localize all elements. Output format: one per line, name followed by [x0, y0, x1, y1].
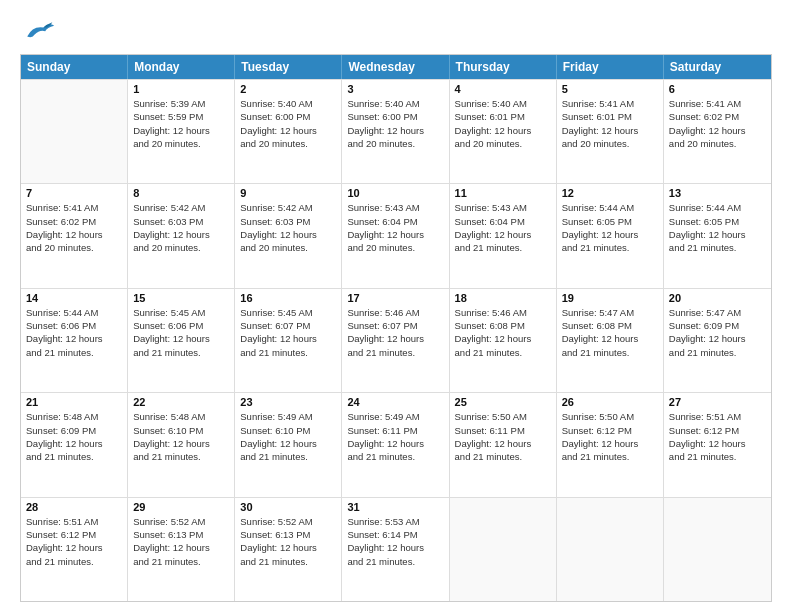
- day-number: 7: [26, 187, 122, 199]
- day-info: Sunrise: 5:45 AM Sunset: 6:07 PM Dayligh…: [240, 306, 336, 359]
- calendar-header: SundayMondayTuesdayWednesdayThursdayFrid…: [21, 55, 771, 79]
- day-info: Sunrise: 5:50 AM Sunset: 6:11 PM Dayligh…: [455, 410, 551, 463]
- header-day-thursday: Thursday: [450, 55, 557, 79]
- calendar-day-12: 12Sunrise: 5:44 AM Sunset: 6:05 PM Dayli…: [557, 184, 664, 287]
- day-info: Sunrise: 5:40 AM Sunset: 6:00 PM Dayligh…: [347, 97, 443, 150]
- day-number: 12: [562, 187, 658, 199]
- day-info: Sunrise: 5:42 AM Sunset: 6:03 PM Dayligh…: [240, 201, 336, 254]
- calendar-empty-cell: [557, 498, 664, 601]
- day-number: 10: [347, 187, 443, 199]
- day-info: Sunrise: 5:51 AM Sunset: 6:12 PM Dayligh…: [26, 515, 122, 568]
- day-info: Sunrise: 5:44 AM Sunset: 6:05 PM Dayligh…: [669, 201, 766, 254]
- header-day-tuesday: Tuesday: [235, 55, 342, 79]
- day-number: 26: [562, 396, 658, 408]
- calendar-day-9: 9Sunrise: 5:42 AM Sunset: 6:03 PM Daylig…: [235, 184, 342, 287]
- day-info: Sunrise: 5:43 AM Sunset: 6:04 PM Dayligh…: [347, 201, 443, 254]
- calendar-day-13: 13Sunrise: 5:44 AM Sunset: 6:05 PM Dayli…: [664, 184, 771, 287]
- day-number: 1: [133, 83, 229, 95]
- day-number: 30: [240, 501, 336, 513]
- calendar-day-26: 26Sunrise: 5:50 AM Sunset: 6:12 PM Dayli…: [557, 393, 664, 496]
- calendar-day-7: 7Sunrise: 5:41 AM Sunset: 6:02 PM Daylig…: [21, 184, 128, 287]
- calendar-day-14: 14Sunrise: 5:44 AM Sunset: 6:06 PM Dayli…: [21, 289, 128, 392]
- calendar-empty-cell: [664, 498, 771, 601]
- day-info: Sunrise: 5:52 AM Sunset: 6:13 PM Dayligh…: [240, 515, 336, 568]
- day-number: 24: [347, 396, 443, 408]
- day-number: 19: [562, 292, 658, 304]
- day-info: Sunrise: 5:48 AM Sunset: 6:10 PM Dayligh…: [133, 410, 229, 463]
- calendar-day-3: 3Sunrise: 5:40 AM Sunset: 6:00 PM Daylig…: [342, 80, 449, 183]
- calendar: SundayMondayTuesdayWednesdayThursdayFrid…: [20, 54, 772, 602]
- day-number: 2: [240, 83, 336, 95]
- day-number: 17: [347, 292, 443, 304]
- day-number: 9: [240, 187, 336, 199]
- page: SundayMondayTuesdayWednesdayThursdayFrid…: [0, 0, 792, 612]
- calendar-day-5: 5Sunrise: 5:41 AM Sunset: 6:01 PM Daylig…: [557, 80, 664, 183]
- day-number: 5: [562, 83, 658, 95]
- day-number: 13: [669, 187, 766, 199]
- calendar-day-2: 2Sunrise: 5:40 AM Sunset: 6:00 PM Daylig…: [235, 80, 342, 183]
- day-info: Sunrise: 5:43 AM Sunset: 6:04 PM Dayligh…: [455, 201, 551, 254]
- calendar-empty-cell: [450, 498, 557, 601]
- calendar-day-23: 23Sunrise: 5:49 AM Sunset: 6:10 PM Dayli…: [235, 393, 342, 496]
- day-info: Sunrise: 5:40 AM Sunset: 6:01 PM Dayligh…: [455, 97, 551, 150]
- day-number: 3: [347, 83, 443, 95]
- calendar-body: 1Sunrise: 5:39 AM Sunset: 5:59 PM Daylig…: [21, 79, 771, 601]
- calendar-row-1: 7Sunrise: 5:41 AM Sunset: 6:02 PM Daylig…: [21, 183, 771, 287]
- day-info: Sunrise: 5:44 AM Sunset: 6:06 PM Dayligh…: [26, 306, 122, 359]
- day-info: Sunrise: 5:41 AM Sunset: 6:02 PM Dayligh…: [669, 97, 766, 150]
- calendar-day-19: 19Sunrise: 5:47 AM Sunset: 6:08 PM Dayli…: [557, 289, 664, 392]
- day-info: Sunrise: 5:51 AM Sunset: 6:12 PM Dayligh…: [669, 410, 766, 463]
- calendar-day-8: 8Sunrise: 5:42 AM Sunset: 6:03 PM Daylig…: [128, 184, 235, 287]
- calendar-empty-cell: [21, 80, 128, 183]
- calendar-row-2: 14Sunrise: 5:44 AM Sunset: 6:06 PM Dayli…: [21, 288, 771, 392]
- logo-bird-icon: [20, 18, 56, 48]
- day-info: Sunrise: 5:44 AM Sunset: 6:05 PM Dayligh…: [562, 201, 658, 254]
- day-info: Sunrise: 5:41 AM Sunset: 6:01 PM Dayligh…: [562, 97, 658, 150]
- header-day-wednesday: Wednesday: [342, 55, 449, 79]
- header-day-sunday: Sunday: [21, 55, 128, 79]
- day-number: 11: [455, 187, 551, 199]
- calendar-day-28: 28Sunrise: 5:51 AM Sunset: 6:12 PM Dayli…: [21, 498, 128, 601]
- calendar-day-30: 30Sunrise: 5:52 AM Sunset: 6:13 PM Dayli…: [235, 498, 342, 601]
- day-number: 23: [240, 396, 336, 408]
- day-info: Sunrise: 5:41 AM Sunset: 6:02 PM Dayligh…: [26, 201, 122, 254]
- calendar-day-20: 20Sunrise: 5:47 AM Sunset: 6:09 PM Dayli…: [664, 289, 771, 392]
- calendar-day-25: 25Sunrise: 5:50 AM Sunset: 6:11 PM Dayli…: [450, 393, 557, 496]
- header-day-friday: Friday: [557, 55, 664, 79]
- calendar-row-0: 1Sunrise: 5:39 AM Sunset: 5:59 PM Daylig…: [21, 79, 771, 183]
- calendar-day-29: 29Sunrise: 5:52 AM Sunset: 6:13 PM Dayli…: [128, 498, 235, 601]
- calendar-day-16: 16Sunrise: 5:45 AM Sunset: 6:07 PM Dayli…: [235, 289, 342, 392]
- day-number: 15: [133, 292, 229, 304]
- day-number: 27: [669, 396, 766, 408]
- calendar-day-17: 17Sunrise: 5:46 AM Sunset: 6:07 PM Dayli…: [342, 289, 449, 392]
- calendar-row-4: 28Sunrise: 5:51 AM Sunset: 6:12 PM Dayli…: [21, 497, 771, 601]
- calendar-day-6: 6Sunrise: 5:41 AM Sunset: 6:02 PM Daylig…: [664, 80, 771, 183]
- day-number: 6: [669, 83, 766, 95]
- day-info: Sunrise: 5:53 AM Sunset: 6:14 PM Dayligh…: [347, 515, 443, 568]
- day-number: 18: [455, 292, 551, 304]
- day-info: Sunrise: 5:52 AM Sunset: 6:13 PM Dayligh…: [133, 515, 229, 568]
- day-info: Sunrise: 5:46 AM Sunset: 6:08 PM Dayligh…: [455, 306, 551, 359]
- day-number: 25: [455, 396, 551, 408]
- day-number: 29: [133, 501, 229, 513]
- day-number: 31: [347, 501, 443, 513]
- day-info: Sunrise: 5:50 AM Sunset: 6:12 PM Dayligh…: [562, 410, 658, 463]
- calendar-day-31: 31Sunrise: 5:53 AM Sunset: 6:14 PM Dayli…: [342, 498, 449, 601]
- calendar-day-22: 22Sunrise: 5:48 AM Sunset: 6:10 PM Dayli…: [128, 393, 235, 496]
- day-info: Sunrise: 5:48 AM Sunset: 6:09 PM Dayligh…: [26, 410, 122, 463]
- day-number: 14: [26, 292, 122, 304]
- day-number: 16: [240, 292, 336, 304]
- day-info: Sunrise: 5:49 AM Sunset: 6:10 PM Dayligh…: [240, 410, 336, 463]
- calendar-day-15: 15Sunrise: 5:45 AM Sunset: 6:06 PM Dayli…: [128, 289, 235, 392]
- day-number: 28: [26, 501, 122, 513]
- header-day-monday: Monday: [128, 55, 235, 79]
- calendar-day-18: 18Sunrise: 5:46 AM Sunset: 6:08 PM Dayli…: [450, 289, 557, 392]
- calendar-day-21: 21Sunrise: 5:48 AM Sunset: 6:09 PM Dayli…: [21, 393, 128, 496]
- day-info: Sunrise: 5:42 AM Sunset: 6:03 PM Dayligh…: [133, 201, 229, 254]
- day-number: 20: [669, 292, 766, 304]
- day-number: 22: [133, 396, 229, 408]
- header: [20, 18, 772, 48]
- day-info: Sunrise: 5:45 AM Sunset: 6:06 PM Dayligh…: [133, 306, 229, 359]
- day-number: 8: [133, 187, 229, 199]
- day-info: Sunrise: 5:46 AM Sunset: 6:07 PM Dayligh…: [347, 306, 443, 359]
